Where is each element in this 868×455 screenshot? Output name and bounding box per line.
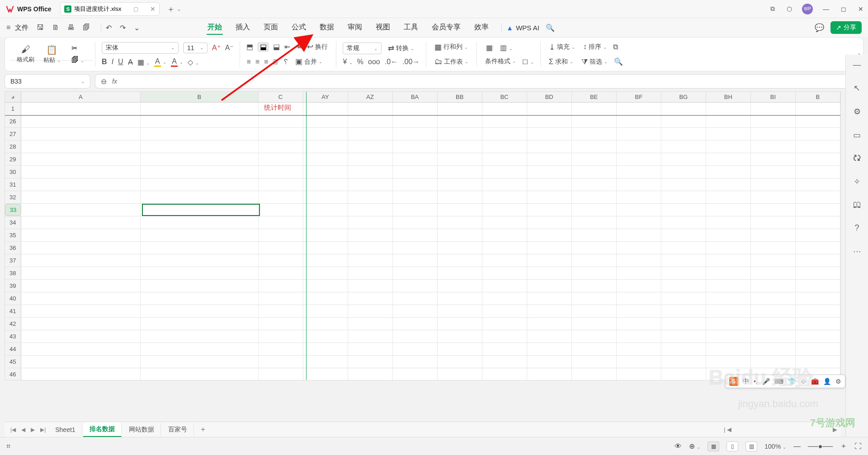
cell[interactable] [661, 292, 706, 305]
cell[interactable] [527, 242, 572, 254]
col-header[interactable]: B [141, 92, 258, 102]
copy-icon[interactable]: 🗐 ⌄ [71, 56, 84, 64]
cell[interactable] [751, 141, 796, 153]
cell[interactable] [348, 178, 393, 191]
cell[interactable] [21, 103, 141, 115]
cell[interactable] [796, 103, 840, 115]
cell[interactable] [706, 305, 751, 317]
cell[interactable] [141, 191, 258, 203]
cell[interactable] [21, 166, 141, 178]
row-header[interactable]: 42 [5, 318, 21, 330]
cell[interactable] [751, 305, 796, 317]
cell[interactable] [661, 242, 706, 254]
row-header[interactable]: 39 [5, 280, 21, 292]
cell[interactable] [303, 103, 348, 115]
horizontal-scroll[interactable]: | ◀ ▶ [724, 426, 837, 433]
cell[interactable] [482, 356, 527, 368]
fullscreen-icon[interactable]: ⛶ [854, 442, 862, 450]
col-header[interactable]: BE [572, 92, 617, 102]
cell[interactable] [661, 330, 706, 342]
cell[interactable] [572, 141, 617, 153]
cell[interactable] [348, 153, 393, 165]
name-box[interactable]: B33 ⌄ [5, 74, 90, 89]
align-top-icon[interactable]: ⬒ [246, 42, 253, 51]
cube-icon[interactable]: ⬡ [785, 5, 794, 13]
cell[interactable] [21, 153, 141, 165]
cell[interactable] [482, 153, 527, 165]
menu-insert[interactable]: 插入 [235, 21, 251, 35]
zoom-out-button[interactable]: — [793, 442, 801, 450]
number-format-select[interactable]: 常规⌄ [343, 42, 382, 54]
cell[interactable] [259, 166, 303, 178]
cell[interactable] [572, 103, 617, 115]
cell[interactable] [661, 368, 706, 380]
backup-tool-icon[interactable]: 🗘 [853, 154, 861, 163]
cell[interactable] [141, 343, 258, 355]
cell[interactable] [21, 292, 141, 305]
cell[interactable] [303, 267, 348, 279]
menu-review[interactable]: 审阅 [347, 21, 363, 35]
cell[interactable] [527, 368, 572, 380]
cell[interactable] [141, 305, 258, 317]
more-tools-icon[interactable]: ⋯ [853, 246, 861, 256]
tab-nav-next-icon[interactable]: ▶ [28, 427, 37, 433]
cell[interactable] [303, 292, 348, 305]
cell[interactable] [482, 115, 527, 127]
export-icon[interactable]: 🗎 [52, 23, 59, 32]
orientation-icon[interactable]: ␦ [283, 58, 289, 66]
cell[interactable] [527, 191, 572, 203]
cell[interactable] [572, 305, 617, 317]
cell[interactable] [572, 318, 617, 330]
align-right-icon[interactable]: ≡ [264, 58, 268, 66]
zoom-slider[interactable]: ──●── [808, 442, 833, 450]
cell[interactable] [259, 216, 303, 229]
row-header[interactable]: 30 [5, 166, 21, 178]
increase-decimal-icon[interactable]: .00→ [402, 58, 420, 66]
filter-button[interactable]: ⧩筛选 ⌄ [580, 56, 609, 67]
convert-button[interactable]: ⇄转换 ⌄ [386, 43, 416, 54]
cell[interactable] [21, 191, 141, 203]
cell[interactable] [751, 229, 796, 241]
cell[interactable] [141, 141, 258, 153]
cell[interactable] [527, 343, 572, 355]
cell[interactable] [303, 254, 348, 267]
cell[interactable] [438, 305, 482, 317]
cell[interactable] [572, 292, 617, 305]
menu-page[interactable]: 页面 [263, 21, 279, 35]
cell[interactable] [527, 128, 572, 140]
cell[interactable] [348, 343, 393, 355]
cell[interactable] [438, 343, 482, 355]
tab-nav-first-icon[interactable]: |◀ [8, 427, 18, 433]
cell[interactable] [259, 280, 303, 292]
settings-tool-icon[interactable]: ⚙ [854, 107, 861, 117]
cell[interactable] [617, 305, 661, 317]
cell[interactable] [706, 166, 751, 178]
cell[interactable] [141, 216, 258, 229]
col-header[interactable]: BD [527, 92, 572, 102]
cell[interactable] [348, 267, 393, 279]
cell[interactable] [796, 280, 840, 292]
add-sheet-button[interactable]: ＋ [195, 425, 211, 434]
cell[interactable] [706, 356, 751, 368]
cell[interactable] [751, 318, 796, 330]
cell[interactable] [303, 242, 348, 254]
indent-increase-icon[interactable]: ⇥ [295, 42, 301, 51]
cell[interactable] [303, 216, 348, 229]
cell[interactable] [617, 254, 661, 267]
cell[interactable] [348, 128, 393, 140]
col-header[interactable]: BC [482, 92, 527, 102]
cell[interactable] [141, 330, 258, 342]
indent-decrease-icon[interactable]: ⇤ [284, 42, 290, 51]
cell[interactable] [572, 204, 617, 216]
new-tab-button[interactable]: ＋ [167, 4, 175, 14]
cell[interactable] [527, 103, 572, 115]
menu-data[interactable]: 数据 [319, 21, 335, 35]
cell[interactable] [259, 368, 303, 380]
cell[interactable] [303, 305, 348, 317]
cell[interactable] [706, 292, 751, 305]
zoom-level[interactable]: 100% ⌄ [764, 443, 786, 450]
cell[interactable] [706, 128, 751, 140]
cell[interactable] [661, 141, 706, 153]
cell[interactable] [303, 178, 348, 191]
tab-nav-prev-icon[interactable]: ◀ [19, 427, 28, 433]
